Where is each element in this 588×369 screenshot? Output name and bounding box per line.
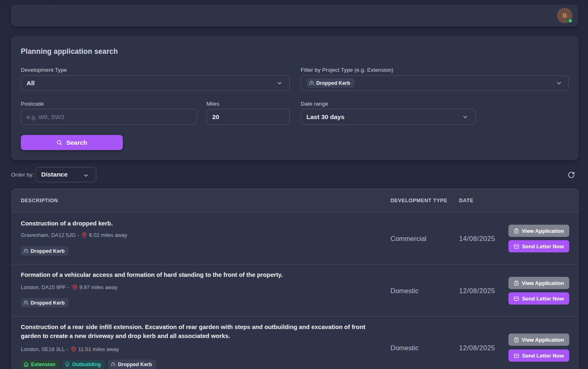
svg-text:B: B xyxy=(563,12,567,19)
